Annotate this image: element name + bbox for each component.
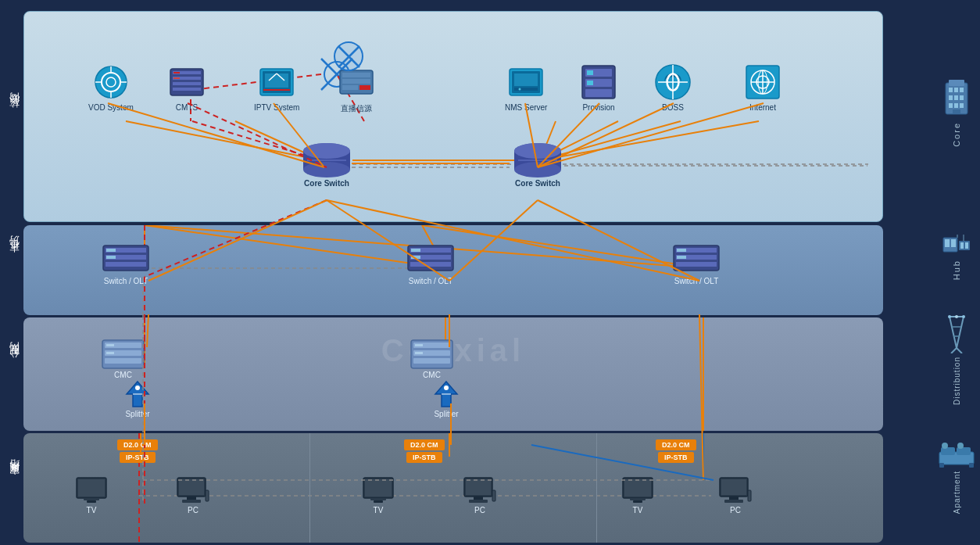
right-label-core: Core	[936, 11, 977, 213]
svg-point-106	[514, 162, 561, 177]
svg-rect-76	[342, 85, 358, 90]
svg-rect-168	[187, 497, 196, 500]
svg-rect-66	[173, 77, 180, 79]
iptv-device: IPTV System	[254, 63, 299, 112]
svg-rect-119	[106, 262, 146, 267]
boss-label: BOSS	[662, 103, 684, 112]
switch-olt-3-label: Switch / OLT	[674, 277, 719, 285]
core-switch-2: Core Switch	[510, 143, 565, 188]
svg-line-113	[422, 225, 703, 268]
coaxial-label: Coaxial	[381, 333, 525, 368]
svg-rect-132	[677, 249, 686, 252]
splitter-1-label: Splitter	[125, 410, 149, 418]
svg-rect-63	[173, 82, 201, 85]
svg-rect-142	[105, 358, 141, 364]
cmts-label: CMTS	[176, 103, 198, 112]
svg-line-26	[957, 348, 962, 353]
pc-1-label: PC	[188, 506, 199, 515]
svg-rect-81	[514, 88, 538, 91]
svg-rect-186	[729, 497, 739, 500]
svg-rect-65	[173, 72, 180, 74]
cmc-1: CMC	[102, 339, 145, 379]
switch-olt-2: Switch / OLT	[406, 241, 455, 285]
svg-rect-120	[106, 249, 116, 252]
hub-icon	[942, 231, 971, 256]
pc-2-icon	[463, 476, 497, 504]
switch-olt-2-label: Switch / OLT	[409, 277, 453, 285]
tv-2-label: TV	[374, 506, 384, 515]
d20-cm-2: D2.0 CM IP-STB	[404, 439, 445, 463]
svg-rect-153	[415, 352, 423, 354]
svg-rect-151	[413, 358, 450, 364]
core-switch-2-label: Core Switch	[515, 179, 560, 188]
boss-icon	[653, 63, 692, 102]
cmts-icon	[167, 63, 206, 102]
building-icon	[942, 77, 971, 117]
svg-rect-127	[411, 256, 420, 259]
svg-rect-77	[359, 85, 370, 90]
svg-rect-64	[173, 88, 201, 91]
svg-rect-4	[960, 88, 964, 92]
svg-rect-10	[960, 103, 964, 108]
splitter-2: Splitter	[434, 380, 459, 418]
switch-olt-3: Switch / OLT	[672, 241, 721, 285]
svg-rect-176	[466, 479, 491, 495]
switch-olt-1: Switch / OLT	[102, 241, 150, 285]
svg-rect-8	[949, 103, 953, 108]
provision-device: Provision	[579, 63, 618, 112]
d20-cm-1: D2.0 CM IP-STB	[117, 439, 158, 463]
svg-rect-75	[342, 79, 370, 84]
pc-3-label: PC	[730, 506, 741, 515]
svg-rect-86	[585, 89, 612, 97]
svg-rect-167	[179, 479, 204, 495]
d20-cm-3: D2.0 CM IP-STB	[656, 439, 696, 463]
cmc-2-icon	[410, 339, 453, 369]
label-core: 核心网	[6, 11, 22, 212]
iptv-label: IPTV System	[254, 103, 299, 112]
tv-2-icon	[361, 476, 395, 504]
switch-olt-3-icon	[672, 241, 721, 275]
svg-point-156	[444, 385, 449, 390]
svg-point-27	[948, 315, 951, 318]
svg-rect-31	[941, 447, 955, 455]
internet-device: Internet	[743, 63, 782, 112]
switch-olt-2-icon	[406, 241, 455, 275]
internet-icon	[743, 63, 782, 102]
svg-rect-131	[676, 262, 717, 267]
live-device: 直播信源	[337, 63, 376, 114]
d20-badge-1: D2.0 CM	[117, 439, 158, 450]
svg-rect-87	[587, 70, 593, 75]
provision-label: Provision	[582, 103, 614, 112]
svg-rect-126	[411, 249, 420, 252]
apt-section-2: D2.0 CM IP-STB TV	[310, 433, 597, 543]
svg-rect-187	[724, 500, 743, 503]
core-switch-1-icon	[299, 143, 354, 177]
tv-1: TV	[74, 476, 109, 515]
svg-point-107	[514, 143, 561, 159]
svg-rect-69	[265, 74, 288, 88]
cmc-1-label: CMC	[114, 371, 132, 379]
svg-rect-7	[960, 95, 964, 100]
svg-point-101	[303, 162, 350, 177]
section-core: VOD System CMTS	[23, 11, 883, 222]
right-label-dist: Distribution	[936, 299, 977, 419]
svg-rect-125	[410, 262, 451, 267]
svg-rect-181	[624, 479, 651, 497]
label-home: 家庭网络	[6, 423, 22, 535]
svg-rect-179	[492, 490, 495, 501]
d20-badge-3: D2.0 CM	[656, 439, 696, 450]
right-label-apt: Apartment	[936, 419, 977, 535]
section-distribution: Coaxial	[23, 317, 883, 431]
svg-rect-80	[514, 74, 538, 86]
core-switch-1: Core Switch	[299, 143, 354, 188]
cmts-device: CMTS	[167, 63, 206, 112]
svg-line-25	[951, 348, 957, 353]
boss-device: BOSS	[653, 63, 692, 112]
splitter-1-icon	[125, 380, 150, 408]
cmc-2: CMC	[410, 339, 453, 379]
svg-line-45	[540, 121, 759, 160]
svg-rect-121	[106, 256, 116, 259]
core-switch-1-label: Core Switch	[304, 179, 349, 188]
svg-rect-74	[342, 73, 370, 77]
label-hub: 末机房	[6, 214, 22, 299]
